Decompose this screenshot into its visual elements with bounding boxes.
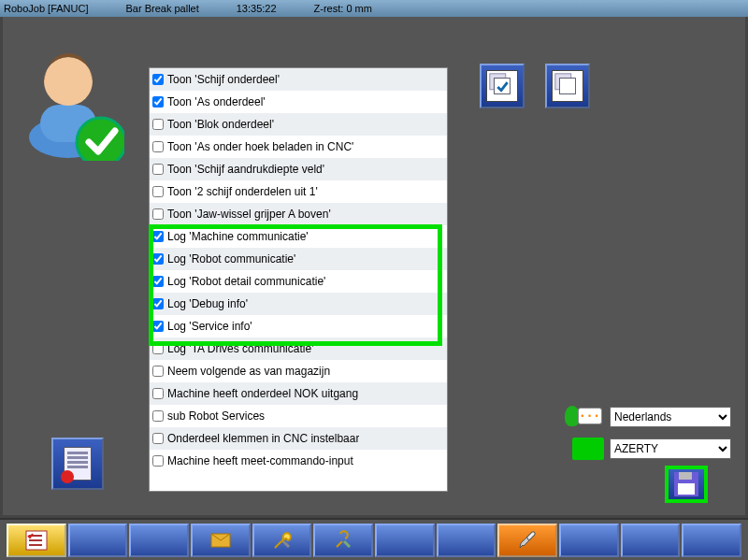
option-label: Toon 'Schijf aandrukdiepte veld' bbox=[167, 163, 324, 176]
option-checkbox[interactable] bbox=[152, 141, 164, 152]
option-label: Toon 'Blok onderdeel' bbox=[167, 118, 274, 131]
option-label: Machine heeft meet-commando-input bbox=[167, 454, 353, 467]
user-avatar-ok-icon bbox=[22, 39, 124, 161]
option-checkbox[interactable] bbox=[152, 164, 164, 175]
toolbar-btn-2[interactable] bbox=[68, 524, 128, 557]
toolbar-btn-4[interactable] bbox=[191, 524, 251, 557]
option-row[interactable]: Log 'TA Drives communicatie' bbox=[150, 337, 447, 360]
option-label: Log 'Robot communicatie' bbox=[167, 252, 295, 266]
select-all-button[interactable] bbox=[480, 64, 525, 108]
option-label: Log 'Robot detail communicatie' bbox=[167, 275, 325, 288]
option-row[interactable]: sub Robot Services bbox=[150, 405, 447, 427]
option-label: Toon 'Schijf onderdeel' bbox=[167, 73, 280, 86]
keyboard-select[interactable]: AZERTY bbox=[610, 438, 731, 459]
toolbar-btn-9[interactable] bbox=[497, 524, 557, 557]
options-listbox[interactable]: Toon 'Schijf onderdeel'Toon 'As onderdee… bbox=[149, 67, 448, 492]
svg-rect-5 bbox=[495, 79, 511, 94]
option-row[interactable]: Onderdeel klemmen in CNC instelbaar bbox=[150, 427, 447, 450]
toolbar-btn-11[interactable] bbox=[621, 524, 681, 557]
svg-rect-10 bbox=[526, 531, 536, 540]
option-row[interactable]: Machine heeft onderdeel NOK uitgang bbox=[150, 382, 447, 405]
toolbar-btn-7[interactable] bbox=[375, 524, 435, 557]
option-checkbox[interactable] bbox=[152, 74, 164, 85]
option-row[interactable]: Toon 'As onder hoek beladen in CNC' bbox=[150, 136, 447, 158]
option-label: Neem volgende as van magazijn bbox=[167, 365, 330, 378]
svg-point-3 bbox=[77, 118, 124, 161]
option-checkbox[interactable] bbox=[152, 253, 164, 265]
option-row[interactable]: Machine heeft meet-commando-input bbox=[150, 450, 447, 472]
option-row[interactable]: Toon 'Schijf onderdeel' bbox=[150, 68, 447, 91]
option-label: Log 'Machine communicatie' bbox=[167, 230, 309, 243]
save-button[interactable] bbox=[665, 466, 708, 503]
clock: 13:35:22 bbox=[237, 3, 277, 14]
svg-point-2 bbox=[44, 57, 93, 106]
app-name: RoboJob [FANUC] bbox=[4, 3, 88, 14]
toolbar-btn-8[interactable] bbox=[437, 524, 496, 557]
language-icon bbox=[572, 406, 604, 428]
option-checkbox[interactable] bbox=[152, 276, 164, 287]
option-label: Machine heeft onderdeel NOK uitgang bbox=[167, 387, 358, 400]
option-label: sub Robot Services bbox=[167, 409, 265, 423]
toolbar-btn-5[interactable] bbox=[252, 524, 312, 557]
option-row[interactable]: Neem volgende as van magazijn bbox=[150, 360, 447, 382]
toolbar-btn-6[interactable] bbox=[313, 524, 373, 557]
keyboard-row: AZERTY bbox=[572, 438, 731, 460]
deselect-all-button[interactable] bbox=[545, 64, 590, 108]
main-panel: Toon 'Schijf onderdeel'Toon 'As onderdee… bbox=[0, 17, 748, 518]
language-row: Nederlands bbox=[572, 406, 731, 428]
option-row[interactable]: Toon '2 schijf onderdelen uit 1' bbox=[150, 180, 447, 203]
option-checkbox[interactable] bbox=[152, 343, 164, 354]
keyboard-icon bbox=[572, 438, 604, 460]
option-checkbox[interactable] bbox=[152, 321, 164, 332]
option-label: Toon 'As onder hoek beladen in CNC' bbox=[167, 140, 353, 153]
option-label: Toon 'Jaw-wissel grijper A boven' bbox=[167, 208, 331, 221]
option-checkbox[interactable] bbox=[152, 119, 164, 130]
toolbar-btn-3[interactable] bbox=[129, 524, 189, 557]
option-row[interactable]: Log 'Machine communicatie' bbox=[150, 225, 447, 248]
option-row[interactable]: Toon 'As onderdeel' bbox=[150, 91, 447, 113]
option-checkbox[interactable] bbox=[152, 186, 164, 197]
option-checkbox[interactable] bbox=[152, 366, 164, 377]
option-row[interactable]: Log 'Robot detail communicatie' bbox=[150, 270, 447, 293]
certificate-button[interactable] bbox=[51, 438, 104, 490]
toolbar-btn-1[interactable] bbox=[7, 524, 66, 557]
option-checkbox[interactable] bbox=[152, 455, 164, 467]
option-checkbox[interactable] bbox=[152, 410, 164, 422]
option-row[interactable]: Log 'Service info' bbox=[150, 315, 447, 337]
option-checkbox[interactable] bbox=[152, 96, 164, 108]
z-rest: Z-rest: 0 mm bbox=[314, 3, 372, 14]
option-label: Toon 'As onderdeel' bbox=[167, 95, 266, 108]
option-label: Toon '2 schijf onderdelen uit 1' bbox=[167, 185, 318, 198]
option-checkbox[interactable] bbox=[152, 433, 164, 444]
top-bar: RoboJob [FANUC] Bar Break pallet 13:35:2… bbox=[0, 0, 748, 17]
save-icon bbox=[674, 472, 698, 496]
option-row[interactable]: Log 'Debug info' bbox=[150, 293, 447, 315]
option-checkbox[interactable] bbox=[152, 208, 164, 220]
certificate-icon bbox=[64, 447, 92, 481]
option-label: Log 'Service info' bbox=[167, 320, 252, 333]
option-label: Log 'Debug info' bbox=[167, 297, 248, 310]
option-row[interactable]: Toon 'Blok onderdeel' bbox=[150, 113, 447, 136]
language-select[interactable]: Nederlands bbox=[610, 407, 731, 427]
option-label: Log 'TA Drives communicatie' bbox=[167, 342, 313, 355]
option-checkbox[interactable] bbox=[152, 388, 164, 399]
option-row[interactable]: Log 'Robot communicatie' bbox=[150, 248, 447, 270]
job-name: Bar Break pallet bbox=[125, 3, 198, 14]
option-row[interactable]: Toon 'Jaw-wissel grijper A boven' bbox=[150, 203, 447, 225]
option-checkbox[interactable] bbox=[152, 231, 164, 242]
toolbar-btn-12[interactable] bbox=[682, 524, 741, 557]
toolbar-btn-10[interactable] bbox=[559, 524, 619, 557]
svg-rect-7 bbox=[560, 79, 576, 94]
option-label: Onderdeel klemmen in CNC instelbaar bbox=[167, 432, 359, 445]
bottom-toolbar bbox=[0, 518, 748, 560]
option-checkbox[interactable] bbox=[152, 298, 164, 309]
option-row[interactable]: Toon 'Schijf aandrukdiepte veld' bbox=[150, 158, 447, 180]
